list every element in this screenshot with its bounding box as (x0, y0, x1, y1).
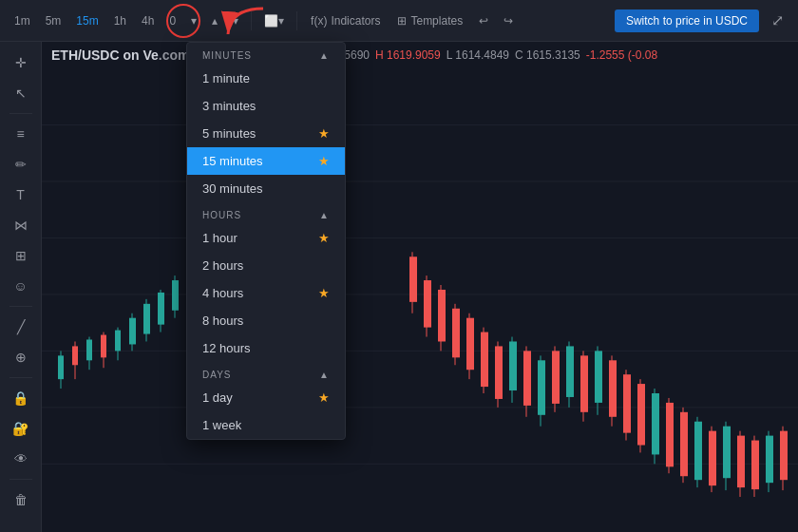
cursor-icon[interactable]: ↖ (6, 80, 36, 106)
dropdown-item-3m[interactable]: 3 minutes ★ (187, 92, 345, 120)
period-up-btn[interactable]: ▴ (205, 10, 224, 31)
dropdown-item-2h[interactable]: 2 hours ★ (187, 252, 345, 279)
minutes-section-header: MINUTES ▲ (187, 43, 345, 65)
templates-label: Templates (410, 14, 463, 28)
period-dropdown-btn[interactable]: ▾ (184, 10, 203, 31)
svg-rect-70 (637, 384, 645, 445)
divider-1 (251, 11, 252, 30)
candle-type-btn[interactable]: ⬜▾ (257, 10, 291, 31)
indicators-btn[interactable]: f(x) Indicators (303, 10, 388, 31)
dropdown-item-5m-label: 5 minutes (202, 126, 256, 141)
svg-rect-44 (452, 309, 460, 358)
templates-btn[interactable]: ⊞ Templates (390, 10, 470, 31)
svg-rect-8 (58, 355, 64, 379)
star-1h-icon[interactable]: ★ (318, 231, 330, 245)
timeframe-5m-btn[interactable]: 5m (39, 10, 68, 31)
svg-rect-76 (680, 412, 688, 476)
dropdown-item-1d[interactable]: 1 day ★ (187, 384, 345, 411)
svg-rect-58 (552, 351, 560, 404)
period-selector[interactable]: 0 ▾ (162, 10, 203, 31)
dropdown-item-1h[interactable]: 1 hour ★ (187, 224, 345, 252)
chart-symbol: ETH/USDC on Ve.com (51, 48, 189, 63)
svg-rect-20 (143, 304, 150, 334)
timeframe-15m-btn[interactable]: 15m (69, 10, 104, 31)
star-12h-icon[interactable]: ★ (318, 341, 330, 355)
dropdown-item-1w-label: 1 week (202, 418, 241, 432)
sidebar-sep-1 (10, 113, 32, 114)
svg-rect-42 (438, 290, 446, 342)
undo-btn[interactable]: ↩ (472, 10, 495, 31)
star-30m-icon[interactable]: ★ (318, 181, 330, 196)
dropdown-item-15m[interactable]: 15 minutes ★ (187, 147, 345, 175)
dropdown-item-5m[interactable]: 5 minutes ★ (187, 120, 345, 147)
ohlc-change: -1.2555 (-0.08 (586, 48, 657, 62)
emoji-icon[interactable]: ☺ (6, 273, 36, 299)
switch-price-btn[interactable]: Switch to price in USDC (615, 10, 759, 32)
dropdown-item-12h[interactable]: 12 hours ★ (187, 334, 345, 362)
svg-rect-68 (623, 374, 631, 432)
star-1m-icon[interactable]: ★ (318, 71, 330, 86)
svg-rect-62 (580, 355, 588, 411)
indicators-icon: f(x) (311, 14, 327, 28)
star-3m-icon[interactable]: ★ (318, 99, 330, 113)
templates-icon: ⊞ (397, 14, 407, 28)
star-15m-icon[interactable]: ★ (318, 154, 330, 168)
timeframe-1m-btn[interactable]: 1m (8, 10, 37, 31)
period-down-btn[interactable]: ▾ (226, 10, 245, 31)
sidebar-sep-2 (10, 306, 32, 307)
star-8h-icon[interactable]: ★ (318, 314, 330, 328)
svg-rect-46 (466, 318, 474, 370)
hours-label: HOURS (202, 210, 241, 220)
dropdown-item-8h[interactable]: 8 hours ★ (187, 307, 345, 334)
minutes-chevron-icon: ▲ (319, 50, 330, 61)
trash-icon[interactable]: 🗑 (6, 486, 36, 513)
pen-icon[interactable]: ✏ (6, 151, 36, 178)
timeframe-4h-btn[interactable]: 4h (135, 10, 161, 31)
dropdown-item-3m-label: 3 minutes (202, 99, 256, 113)
dropdown-item-4h-label: 4 hours (202, 286, 243, 300)
svg-rect-80 (709, 431, 716, 485)
svg-rect-60 (566, 346, 574, 397)
dropdown-item-1m-label: 1 minute (202, 71, 250, 86)
svg-rect-84 (737, 436, 745, 488)
svg-rect-38 (409, 256, 417, 302)
line-tool-icon[interactable]: ╱ (6, 314, 36, 340)
hours-section-header: HOURS ▲ (187, 202, 345, 224)
svg-rect-14 (101, 335, 106, 358)
eye-icon[interactable]: 👁 (6, 446, 36, 472)
lock-icon[interactable]: 🔐 (6, 415, 36, 442)
measure-icon[interactable]: ⊞ (6, 242, 36, 269)
ohlc-l: L 1614.4849 (446, 48, 509, 62)
dropdown-item-2h-label: 2 hours (202, 258, 243, 273)
star-1w-icon[interactable]: ★ (318, 418, 330, 432)
toolbar-right: Switch to price in USDC ⤢ (615, 8, 790, 33)
main-toolbar: 1m 5m 15m 1h 4h 0 ▾ ▴ ▾ ⬜▾ f(x) Indicato… (0, 0, 798, 42)
star-2h-icon[interactable]: ★ (318, 258, 330, 273)
patterns-icon[interactable]: ⋈ (6, 212, 36, 238)
magnet-icon[interactable]: 🔒 (6, 385, 36, 411)
fullscreen-btn[interactable]: ⤢ (765, 8, 790, 33)
text-icon[interactable]: T (6, 181, 36, 208)
star-5m-icon[interactable]: ★ (318, 126, 330, 141)
star-4h-icon[interactable]: ★ (318, 286, 330, 300)
ohlc-h: H 1619.9059 (375, 48, 441, 62)
svg-rect-12 (86, 339, 92, 360)
dropdown-item-4h[interactable]: 4 hours ★ (187, 279, 345, 307)
sidebar-sep-3 (10, 377, 32, 378)
dropdown-item-30m[interactable]: 30 minutes ★ (187, 175, 345, 202)
lines-icon[interactable]: ≡ (6, 121, 36, 147)
crosshair-icon[interactable]: ✛ (6, 49, 36, 76)
timeframe-1h-btn[interactable]: 1h (107, 10, 133, 31)
zoom-in-icon[interactable]: ⊕ (6, 344, 36, 370)
star-1d-icon[interactable]: ★ (318, 390, 330, 405)
dropdown-item-1m[interactable]: 1 minute ★ (187, 65, 345, 92)
chart-header: ETH/USDC on Ve.com Volume 32.539K O 1616… (42, 42, 798, 68)
chart-area: ETH/USDC on Ve.com Volume 32.539K O 1616… (42, 42, 798, 532)
svg-rect-90 (780, 431, 788, 481)
redo-btn[interactable]: ↪ (497, 10, 520, 31)
svg-rect-48 (481, 332, 488, 387)
dropdown-item-1w[interactable]: 1 week ★ (187, 411, 345, 439)
svg-rect-40 (424, 280, 431, 328)
period-value-btn[interactable]: 0 (162, 10, 182, 31)
dropdown-item-1d-label: 1 day (202, 390, 233, 405)
